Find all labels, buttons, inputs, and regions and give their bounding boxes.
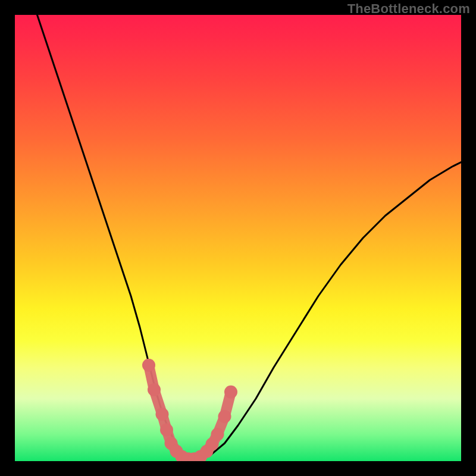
- watermark-text: TheBottleneck.com: [347, 1, 470, 17]
- trough-dot: [142, 359, 155, 372]
- trough-dot: [160, 424, 173, 437]
- curve-layer: [15, 15, 461, 461]
- chart-frame: TheBottleneck.com: [0, 0, 476, 476]
- trough-dot: [218, 410, 231, 423]
- bottleneck-curve: [37, 15, 462, 459]
- trough-dot: [148, 383, 161, 396]
- trough-dot: [156, 408, 169, 421]
- trough-dot: [224, 386, 237, 399]
- plot-area: [15, 15, 461, 461]
- trough-dot: [211, 428, 224, 441]
